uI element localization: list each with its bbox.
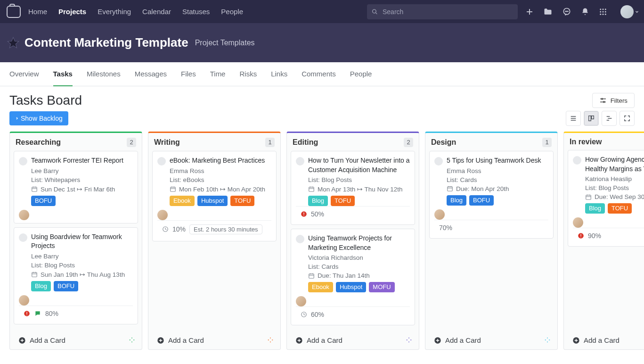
nav-link-people[interactable]: People [221,8,243,16]
tag[interactable]: Ebook [308,282,333,292]
column-body[interactable]: 5 Tips for Using Teamwork DeskEmma RossL… [425,151,557,331]
card-title: 5 Tips for Using Teamwork Desk [447,156,548,165]
complete-toggle[interactable] [157,157,166,165]
filters-button-label: Filters [611,97,628,104]
complete-toggle[interactable] [573,156,581,165]
view-switcher [566,111,635,126]
tag[interactable]: BOFU [54,281,78,291]
nav-link-statuses[interactable]: Statuses [182,8,210,16]
column-footer: Add a Card [148,331,280,349]
add-card-button[interactable]: Add a Card [154,336,207,345]
add-card-button[interactable]: Add a Card [570,336,622,345]
user-menu[interactable] [617,5,639,18]
tab-milestones[interactable]: Milestones [87,62,121,86]
column-body[interactable]: How to Turn Your Newsletter into a Custo… [287,151,419,331]
filters-button[interactable]: Filters [592,93,635,108]
column-body[interactable]: Teamwork Forrester TEI ReportLee BarryLi… [10,151,142,331]
tag[interactable]: Blog [585,203,605,214]
nav-link-home[interactable]: Home [28,8,47,16]
tag[interactable]: Hubspot [197,196,228,206]
tab-files[interactable]: Files [181,62,196,86]
app-logo[interactable] [7,6,21,18]
drag-handle-icon[interactable] [406,337,412,343]
plus-icon[interactable] [525,8,534,16]
nav-link-projects[interactable]: Projects [58,8,86,16]
add-card-button[interactable]: Add a Card [293,336,345,345]
tag[interactable]: Blog [308,196,328,206]
folder-icon[interactable] [543,7,553,17]
svg-point-12 [603,11,604,12]
drag-handle-icon[interactable] [129,337,135,343]
task-card[interactable]: How Growing Agencies Maintain Healthy Ma… [568,150,644,247]
svg-rect-60 [309,187,314,191]
tag[interactable]: TOFU [331,196,355,206]
add-card-button[interactable]: Add a Card [16,336,68,345]
assignee-avatar[interactable] [19,210,29,220]
column-body[interactable]: How Growing Agencies Maintain Healthy Ma… [564,150,644,331]
tag[interactable]: Blog [31,281,51,291]
task-card[interactable]: Using Boardview for Teamwork ProjectsLee… [14,227,138,324]
assignee-avatar[interactable] [573,217,583,228]
tab-messages[interactable]: Messages [135,62,167,86]
complete-toggle[interactable] [19,157,27,165]
board-view-button[interactable] [584,111,599,126]
complete-toggle[interactable] [19,233,27,242]
tab-comments[interactable]: Comments [302,62,336,86]
tag[interactable]: BOFU [469,195,494,206]
tab-links[interactable]: Links [271,62,287,86]
nav-link-calendar[interactable]: Calendar [142,8,171,16]
tab-people[interactable]: People [350,62,372,86]
project-subtitle[interactable]: Project Templates [195,39,255,47]
card-list: List: Cards [447,176,548,183]
calendar-icon [31,271,38,278]
column-footer: Add a Card [564,331,644,349]
fullscreen-button[interactable] [620,111,635,126]
complete-toggle[interactable] [296,157,304,165]
tag[interactable]: BOFU [31,196,56,206]
tab-tasks[interactable]: Tasks [53,62,73,86]
gantt-view-button[interactable] [602,111,617,126]
task-card[interactable]: How to Turn Your Newsletter into a Custo… [291,151,415,225]
drag-handle-icon[interactable] [544,337,551,343]
column-body[interactable]: eBook: Marketing Best PracticesEmma Ross… [148,151,280,331]
tag[interactable]: TOFU [230,196,254,206]
card-progress: 50% [311,210,324,218]
complete-toggle[interactable] [434,157,443,165]
tag[interactable]: Hubspot [336,282,366,292]
tag[interactable]: MOFU [369,282,394,292]
assignee-avatar[interactable] [19,295,29,306]
column-researching: Researching2Teamwork Forrester TEI Repor… [9,132,142,350]
assignee-avatar[interactable] [434,209,445,220]
show-backlog-button[interactable]: Show Backlog [9,111,68,125]
tag[interactable]: Ebook [170,196,195,206]
chat-icon[interactable] [562,7,571,17]
global-search[interactable] [367,4,518,19]
add-card-button[interactable]: Add a Card [431,336,484,345]
task-card[interactable]: Teamwork Forrester TEI ReportLee BarryLi… [14,151,138,223]
board-scroll-area[interactable]: Researching2Teamwork Forrester TEI Repor… [0,132,644,356]
column-editing: Editing2How to Turn Your Newsletter into… [286,132,419,350]
assignee-avatar[interactable] [296,296,306,306]
drag-handle-icon[interactable] [267,337,274,343]
bell-icon[interactable] [581,8,589,16]
card-dates: Due: Wed Sep 30th [585,193,644,200]
task-card[interactable]: eBook: Marketing Best PracticesEmma Ross… [152,151,277,241]
task-card[interactable]: Using Teamwork Projects for Marketing Ex… [291,229,415,325]
assignee-avatar[interactable] [157,210,168,220]
card-dates: Mon Apr 13th ↦ Thu Nov 12th [308,185,410,193]
task-card[interactable]: 5 Tips for Using Teamwork DeskEmma RossL… [429,151,554,239]
complete-toggle[interactable] [296,235,304,243]
nav-link-everything[interactable]: Everything [98,8,131,16]
tag[interactable]: Blog [447,195,466,206]
search-input[interactable] [382,8,513,16]
list-view-button[interactable] [566,111,581,126]
tab-risks[interactable]: Risks [239,62,257,86]
tab-overview[interactable]: Overview [9,62,39,86]
svg-point-9 [603,8,604,10]
svg-rect-66 [303,215,304,216]
tab-time[interactable]: Time [210,62,226,86]
apps-grid-icon[interactable] [599,8,607,16]
star-icon[interactable] [7,36,20,50]
tag[interactable]: TOFU [608,203,632,214]
column-design: Design15 Tips for Using Teamwork DeskEmm… [425,132,558,350]
